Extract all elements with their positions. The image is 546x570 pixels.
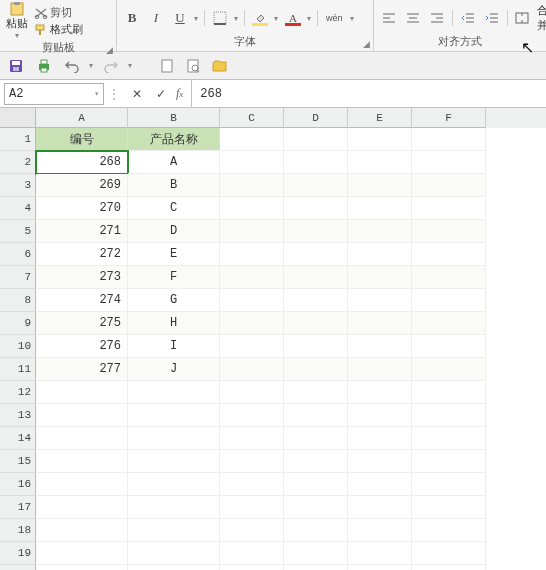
align-center-button[interactable] <box>404 9 422 27</box>
row-header[interactable]: 6 <box>0 243 36 266</box>
cell[interactable] <box>284 404 348 427</box>
cell[interactable] <box>284 312 348 335</box>
cell[interactable] <box>412 289 486 312</box>
row-header[interactable]: 1 <box>0 128 36 151</box>
bold-button[interactable]: B <box>123 9 141 27</box>
chevron-down-icon[interactable]: ▾ <box>89 61 93 70</box>
save-button[interactable] <box>6 57 26 75</box>
cell[interactable] <box>412 381 486 404</box>
cell[interactable] <box>412 496 486 519</box>
cell[interactable] <box>128 519 220 542</box>
cell[interactable]: 270 <box>36 197 128 220</box>
cell[interactable] <box>348 358 412 381</box>
row-header[interactable]: 2 <box>0 151 36 174</box>
cell[interactable] <box>348 128 412 151</box>
cell[interactable] <box>36 542 128 565</box>
cell[interactable]: 268 <box>36 151 128 174</box>
cell[interactable] <box>220 312 284 335</box>
cell[interactable] <box>348 381 412 404</box>
cell[interactable] <box>412 151 486 174</box>
cell[interactable] <box>36 519 128 542</box>
cell[interactable] <box>284 519 348 542</box>
cell[interactable] <box>284 381 348 404</box>
cell[interactable] <box>36 496 128 519</box>
cell[interactable] <box>412 473 486 496</box>
cell[interactable] <box>128 496 220 519</box>
row-header[interactable]: 7 <box>0 266 36 289</box>
cell[interactable] <box>284 358 348 381</box>
dialog-launcher-icon[interactable]: ◢ <box>106 45 113 55</box>
cell[interactable] <box>412 243 486 266</box>
cell[interactable] <box>284 473 348 496</box>
cell[interactable] <box>220 427 284 450</box>
fill-color-button[interactable] <box>251 10 269 26</box>
cell[interactable] <box>220 450 284 473</box>
row-header[interactable]: 13 <box>0 404 36 427</box>
cell[interactable] <box>284 427 348 450</box>
row-header[interactable]: 10 <box>0 335 36 358</box>
cell[interactable] <box>412 197 486 220</box>
cell[interactable] <box>284 197 348 220</box>
cell[interactable] <box>128 450 220 473</box>
cell[interactable] <box>220 565 284 570</box>
fx-icon[interactable]: fx <box>176 86 183 101</box>
cell[interactable]: 277 <box>36 358 128 381</box>
cell[interactable] <box>348 312 412 335</box>
cell[interactable] <box>348 565 412 570</box>
row-header[interactable]: 9 <box>0 312 36 335</box>
cell[interactable] <box>348 404 412 427</box>
border-button[interactable] <box>211 9 229 27</box>
col-header-F[interactable]: F <box>412 108 486 128</box>
cell[interactable] <box>220 128 284 151</box>
cell[interactable] <box>128 381 220 404</box>
cell[interactable] <box>348 220 412 243</box>
row-header[interactable]: 17 <box>0 496 36 519</box>
cell[interactable] <box>284 335 348 358</box>
cell[interactable] <box>412 565 486 570</box>
row-header[interactable]: 15 <box>0 450 36 473</box>
chevron-down-icon[interactable]: ▾ <box>274 14 278 23</box>
row-header[interactable]: 18 <box>0 519 36 542</box>
dialog-launcher-icon[interactable]: ◢ <box>363 39 370 49</box>
font-color-button[interactable]: A <box>284 10 302 26</box>
cell[interactable]: 编号 <box>36 128 128 151</box>
cell[interactable] <box>220 542 284 565</box>
cell[interactable] <box>128 427 220 450</box>
cell[interactable]: B <box>128 174 220 197</box>
cell[interactable] <box>412 450 486 473</box>
cell[interactable] <box>348 174 412 197</box>
cell[interactable] <box>128 542 220 565</box>
cell[interactable]: 271 <box>36 220 128 243</box>
cell[interactable]: I <box>128 335 220 358</box>
col-header-E[interactable]: E <box>348 108 412 128</box>
cell[interactable] <box>412 404 486 427</box>
cell[interactable] <box>412 174 486 197</box>
cell[interactable] <box>220 358 284 381</box>
cell[interactable] <box>220 197 284 220</box>
cell[interactable] <box>348 427 412 450</box>
cell[interactable] <box>412 519 486 542</box>
cell[interactable] <box>128 404 220 427</box>
row-header[interactable]: 11 <box>0 358 36 381</box>
cell[interactable]: D <box>128 220 220 243</box>
cell[interactable] <box>412 220 486 243</box>
col-header-C[interactable]: C <box>220 108 284 128</box>
align-left-button[interactable] <box>380 9 398 27</box>
cell[interactable] <box>36 427 128 450</box>
chevron-down-icon[interactable]: ▾ <box>234 14 238 23</box>
cell[interactable] <box>348 266 412 289</box>
cell[interactable]: 274 <box>36 289 128 312</box>
decrease-indent-button[interactable] <box>459 9 477 27</box>
row-header[interactable]: 4 <box>0 197 36 220</box>
cancel-button[interactable]: ✕ <box>128 85 146 103</box>
cell[interactable] <box>220 404 284 427</box>
increase-indent-button[interactable] <box>483 9 501 27</box>
undo-button[interactable] <box>62 57 82 75</box>
cell[interactable] <box>284 243 348 266</box>
cell[interactable] <box>412 266 486 289</box>
cell[interactable] <box>220 519 284 542</box>
cut-button[interactable]: 剪切 <box>34 5 83 20</box>
cell[interactable]: 276 <box>36 335 128 358</box>
chevron-down-icon[interactable]: ▾ <box>307 14 311 23</box>
col-header-B[interactable]: B <box>128 108 220 128</box>
